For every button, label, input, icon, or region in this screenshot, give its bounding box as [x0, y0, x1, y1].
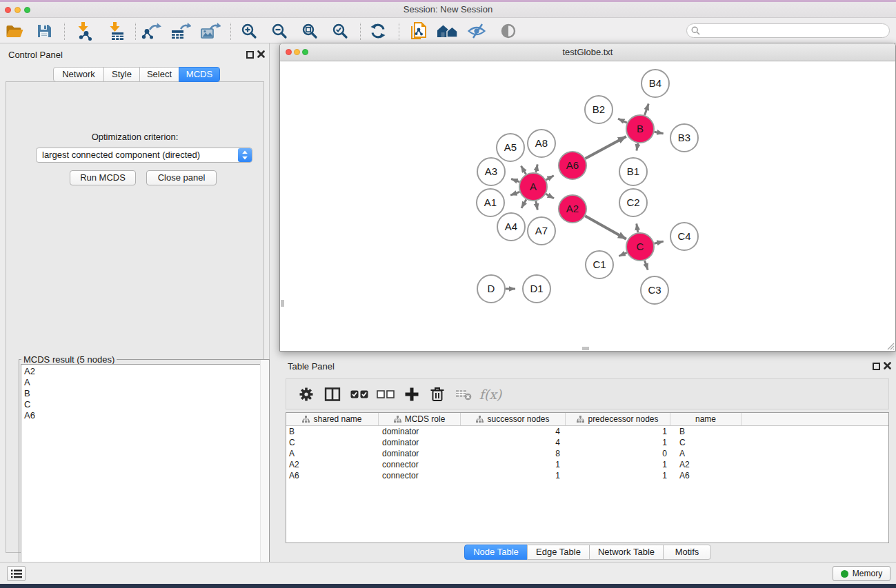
graph-node-label: D1 — [530, 283, 543, 294]
tab-node-table[interactable]: Node Table — [464, 545, 528, 560]
graph-edge-C-C1[interactable] — [619, 253, 626, 256]
save-session-icon[interactable] — [36, 23, 52, 39]
column-header-shared-name[interactable]: shared name — [286, 413, 379, 425]
result-item[interactable]: A6 — [21, 410, 267, 421]
graph-edge-A-A8[interactable] — [536, 165, 537, 173]
show-column-panel-icon[interactable] — [325, 387, 341, 401]
table-row[interactable]: Cdominator41C — [286, 437, 888, 448]
fit-all-views-icon[interactable] — [437, 23, 459, 39]
column-header-mcds-role[interactable]: MCDS role — [379, 413, 461, 425]
graph-edge-A6-B[interactable] — [586, 136, 626, 159]
graph-edge-A2-C[interactable] — [585, 216, 626, 239]
graph-node-label: C4 — [677, 230, 690, 242]
graph-edge-A-A4[interactable] — [521, 199, 526, 208]
graph-node-label: D — [488, 283, 495, 294]
close-panel-button[interactable]: Close panel — [146, 170, 217, 185]
zoom-out-icon[interactable] — [271, 23, 288, 39]
tab-network[interactable]: Network — [53, 67, 104, 82]
criterion-dropdown[interactable]: largest connected component (directed) — [36, 148, 252, 163]
table-row[interactable]: Bdominator41B — [286, 426, 888, 437]
tab-network-table[interactable]: Network Table — [589, 545, 664, 560]
graph-edge-A-A3[interactable] — [511, 179, 519, 182]
close-window-button[interactable] — [5, 7, 11, 13]
float-panel-icon[interactable] — [246, 51, 254, 59]
float-table-panel-icon[interactable] — [873, 363, 880, 370]
tab-select[interactable]: Select — [139, 67, 179, 82]
create-network-view-icon[interactable] — [409, 21, 427, 41]
delete-table-icon[interactable] — [455, 388, 472, 401]
graph-edge-B-B1[interactable] — [637, 143, 638, 151]
result-item[interactable]: C — [21, 399, 267, 410]
export-network-icon[interactable] — [141, 22, 161, 40]
add-row-icon[interactable] — [405, 387, 419, 402]
graph-edge-B-B4[interactable] — [645, 103, 649, 115]
import-table-from-file-icon[interactable] — [106, 21, 126, 41]
graph-edge-A-A6[interactable] — [546, 176, 553, 180]
graph-node-label: A6 — [566, 159, 579, 171]
resize-grip-icon[interactable] — [885, 341, 895, 350]
graph-edge-A-A1[interactable] — [510, 192, 519, 195]
table-cell: A2 — [286, 459, 379, 470]
column-header-successor-nodes[interactable]: successor nodes — [461, 413, 566, 425]
graph-edge-A-A7[interactable] — [536, 201, 537, 210]
export-image-icon[interactable] — [200, 22, 221, 40]
graph-edge-B-B2[interactable] — [618, 119, 627, 123]
select-all-columns-icon[interactable] — [350, 390, 368, 399]
export-table-icon[interactable] — [170, 22, 191, 40]
net-zoom-button[interactable] — [302, 49, 308, 55]
search-input[interactable] — [686, 23, 890, 38]
table-row[interactable]: Adominator80A — [286, 448, 888, 459]
open-session-icon[interactable] — [6, 23, 24, 39]
delete-rows-icon[interactable] — [430, 387, 445, 403]
net-minimize-button[interactable] — [294, 49, 300, 55]
show-graphics-details-icon[interactable] — [500, 23, 517, 39]
mcds-result-title: MCDS result (5 nodes) — [21, 354, 117, 365]
graph-node-label: A1 — [484, 196, 497, 208]
graph-edge-A-A5[interactable] — [521, 166, 526, 174]
graph-edge-C-C3[interactable] — [645, 261, 648, 270]
close-table-panel-icon[interactable] — [884, 362, 891, 369]
show-tasks-button[interactable] — [7, 566, 26, 581]
column-header-predecessor-nodes[interactable]: predecessor nodes — [566, 413, 670, 425]
table-row[interactable]: A6connector11A6 — [286, 470, 888, 481]
import-network-from-file-icon[interactable] — [74, 21, 94, 41]
task-list-icon — [11, 569, 22, 578]
network-window-title: testGlobe.txt — [280, 43, 895, 61]
zoom-in-icon[interactable] — [241, 23, 257, 39]
tab-motifs[interactable]: Motifs — [663, 545, 711, 560]
close-panel-icon[interactable] — [257, 50, 265, 58]
zoom-fit-icon[interactable] — [301, 23, 318, 39]
tab-mcds[interactable]: MCDS — [179, 67, 220, 82]
graph-edge-C-C4[interactable] — [654, 241, 663, 243]
result-item[interactable]: B — [21, 388, 267, 399]
table-cell: 1 — [461, 470, 566, 481]
zoom-selected-icon[interactable] — [332, 23, 348, 39]
zoom-window-button[interactable] — [24, 7, 30, 13]
hide-graphics-details-icon[interactable] — [467, 23, 486, 39]
network-graph: B4B2BB3A8A5A6B1A3AA1C2A2A4A7C4CC1C3DD1 — [280, 62, 895, 351]
table-settings-icon[interactable] — [299, 387, 315, 403]
graph-node-label: B2 — [593, 103, 605, 115]
graph-edge-C-C2[interactable] — [637, 224, 638, 233]
canvas-left-scroll-nub[interactable] — [281, 300, 284, 307]
column-header-name[interactable]: name — [670, 413, 741, 425]
net-close-button[interactable] — [286, 49, 292, 55]
graph-edge-A-A2[interactable] — [546, 194, 554, 199]
memory-button[interactable]: Memory — [833, 566, 890, 581]
result-scrollbar[interactable] — [260, 360, 269, 587]
run-mcds-button[interactable]: Run MCDS — [70, 170, 136, 185]
graph-edge-B-B3[interactable] — [655, 132, 664, 134]
tab-edge-table[interactable]: Edge Table — [527, 545, 590, 560]
result-item[interactable]: A2 — [21, 366, 267, 377]
refresh-view-icon[interactable] — [370, 23, 386, 39]
network-canvas[interactable]: B4B2BB3A8A5A6B1A3AA1C2A2A4A7C4CC1C3DD1 — [280, 62, 895, 351]
mcds-result-box: MCDS result (5 nodes) A2ABCA6 — [19, 359, 270, 587]
table-row[interactable]: A2connector11A2 — [286, 459, 888, 470]
canvas-bottom-scroll-nub[interactable] — [582, 347, 589, 350]
result-item[interactable]: A — [21, 377, 267, 388]
tab-style[interactable]: Style — [103, 67, 140, 82]
toolbar-separator — [135, 23, 136, 40]
minimize-window-button[interactable] — [14, 7, 21, 13]
deselect-all-columns-icon[interactable] — [377, 390, 395, 399]
network-window-titlebar[interactable]: testGlobe.txt — [280, 43, 895, 61]
